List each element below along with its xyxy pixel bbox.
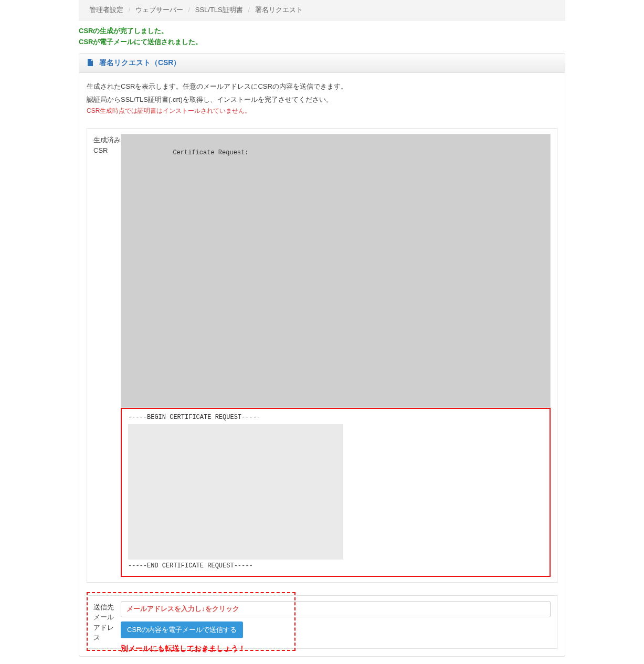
alert-line: CSRが電子メールにて送信されました。 <box>79 37 565 48</box>
document-icon <box>87 59 94 68</box>
breadcrumb-item[interactable]: ウェブサーバー <box>135 6 183 14</box>
panel-title: 署名リクエスト（CSR） <box>99 58 181 67</box>
email-input[interactable] <box>121 601 551 617</box>
panel-desc: 生成されたCSRを表示します。任意のメールアドレスにCSRの内容を送信できます。 <box>87 80 557 92</box>
panel-heading: 署名リクエスト（CSR） <box>79 54 565 73</box>
email-label: 送信先 メール アドレ ス <box>93 601 121 643</box>
breadcrumb-item[interactable]: 管理者設定 <box>89 6 123 14</box>
breadcrumb-sep: / <box>188 6 191 14</box>
csr-header-line: Certificate Request: <box>173 149 248 156</box>
csr-panel: 署名リクエスト（CSR） 生成されたCSRを表示します。任意のメールアドレスにC… <box>79 53 565 657</box>
success-alert: CSRの生成が完了しました。 CSRが電子メールにて送信されました。 <box>79 20 565 48</box>
csr-end-line: -----END CERTIFICATE REQUEST----- <box>128 562 543 571</box>
breadcrumb-sep: / <box>248 6 250 14</box>
breadcrumb-current: 署名リクエスト <box>255 6 303 14</box>
send-csr-button[interactable]: CSRの内容を電子メールで送信する <box>121 621 243 638</box>
csr-begin-line: -----BEGIN CERTIFICATE REQUEST----- <box>128 413 543 422</box>
csr-redacted-body <box>128 424 343 560</box>
breadcrumb-item[interactable]: SSL/TLS証明書 <box>195 6 243 14</box>
email-send-row: 送信先 メール アドレ ス CSRの内容を電子メールで送信する 別メールにも転送… <box>87 595 557 649</box>
csr-label: 生成済み CSR <box>93 134 121 577</box>
panel-warning: CSR生成時点では証明書はインストールされていません。 <box>87 107 557 115</box>
csr-output-top[interactable]: Certificate Request: <box>121 134 551 408</box>
panel-desc: 認証局からSSL/TLS証明書(.crt)を取得し、インストールを完了させてくだ… <box>87 93 557 106</box>
csr-pem-highlight: -----BEGIN CERTIFICATE REQUEST----- ----… <box>121 408 551 577</box>
alert-line: CSRの生成が完了しました。 <box>79 26 565 37</box>
csr-redacted-block <box>128 166 544 390</box>
breadcrumb-sep: / <box>129 6 131 14</box>
annotation-text: 別メールにも転送しておきましょう！ <box>121 644 246 654</box>
csr-display-row: 生成済み CSR Certificate Request: -----BEGIN… <box>87 128 557 583</box>
breadcrumb: 管理者設定 / ウェブサーバー / SSL/TLS証明書 / 署名リクエスト <box>79 0 565 20</box>
